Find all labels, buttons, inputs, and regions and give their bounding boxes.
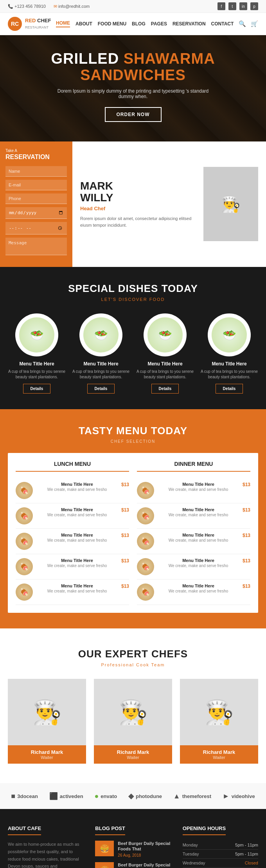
footer: ABOUT CAFE We aim to home-produce as muc… [0, 809, 266, 868]
nav-home[interactable]: HOME [56, 20, 70, 27]
message-input[interactable] [5, 238, 67, 255]
dinner-menu-col: DINNER MENU 🍖 Menu Title Here We create,… [137, 461, 250, 605]
dinner-heading: DINNER MENU [137, 461, 250, 472]
dish-item-1: 🥗 Menu Title Here A cup of tea brings to… [8, 313, 66, 394]
dishes-grid: 🥗 Menu Title Here A cup of tea brings to… [8, 313, 258, 394]
dish-desc-2: A cup of tea brings to you serene beauty… [72, 369, 130, 380]
partner-activeden-icon: ⬛ [49, 792, 58, 800]
partner-envato: ● envato [94, 792, 117, 800]
top-bar-left: 📞 +123 456 78910 ✉ info@redhit.com [8, 4, 90, 9]
lunch-item-img-1: 🍖 [16, 482, 33, 499]
dinner-item-img-2: 🍖 [137, 507, 154, 524]
nav-food-menu[interactable]: FOOD MENU [98, 21, 126, 27]
linkedin-icon[interactable]: in [239, 2, 247, 10]
expert-chefs-title: OUR EXPERT CHEFS [8, 648, 258, 660]
date-input[interactable] [5, 207, 67, 219]
cart-icon[interactable]: 🛒 [251, 20, 258, 27]
dish-title-1: Menu Title Here [19, 361, 54, 367]
dish-title-2: Menu Title Here [83, 361, 118, 367]
chef-image: 👨‍🍳 [203, 167, 258, 241]
blog-thumb-2: 🍔 [95, 862, 114, 868]
dinner-item-img-5: 🍖 [137, 583, 154, 601]
chef-card-name-1: Richard Mark Waiter [8, 745, 86, 764]
facebook-icon[interactable]: f [217, 2, 225, 10]
twitter-icon[interactable]: t [228, 2, 236, 10]
dinner-item-1: 🍖 Menu Title Here We create, make and se… [137, 478, 250, 503]
partner-themeforest: ▲ themeforest [173, 792, 211, 800]
reservation-pre-title: Take A [5, 149, 67, 153]
dish-details-button-3[interactable]: Details [151, 384, 179, 394]
dish-desc-3: A cup of tea brings to you serene beauty… [136, 369, 194, 380]
special-dishes-subtitle: LET'S DISCOVER FOOD [8, 297, 258, 302]
lunch-item-img-3: 🍖 [16, 533, 33, 550]
blog-thumb-1: 🍔 [95, 841, 114, 856]
lunch-heading: LUNCH MENU [16, 461, 129, 472]
nav-blog[interactable]: BLOG [132, 21, 146, 27]
dinner-item-2: 🍖 Menu Title Here We create, make and se… [137, 503, 250, 529]
nav-reservation[interactable]: RESERVATION [173, 21, 206, 27]
footer-about-text: We aim to home-produce as much as possib… [8, 841, 83, 868]
dinner-item-img-3: 🍖 [137, 533, 154, 550]
dish-plate-4: 🥗 [208, 313, 251, 356]
phone-input[interactable] [5, 193, 67, 204]
hero-title: GRILLED SHAWARMA SANDWICHES [51, 51, 215, 84]
partner-photodune-icon: ◆ [128, 792, 134, 800]
nav-contact[interactable]: CONTACT [211, 21, 234, 27]
dish-plate-1: 🥗 [15, 313, 58, 356]
dish-item-2: 🥗 Menu Title Here A cup of tea brings to… [72, 313, 130, 394]
footer-hours-col: OPENING HOURS Monday 5pm - 11pm Tuesday … [183, 825, 258, 868]
email-input[interactable] [5, 180, 67, 190]
chef-section: MARKWILLY Head Chef Rorem ipsum dolor si… [72, 141, 266, 267]
lunch-item-img-5: 🍖 [16, 583, 33, 601]
dish-desc-1: A cup of tea brings to you serene beauty… [8, 369, 66, 380]
lunch-item-5: 🍖 Menu Title Here We create, make and se… [16, 580, 129, 605]
email-icon: ✉ [54, 4, 57, 9]
dinner-item-3: 🍖 Menu Title Here We create, make and se… [137, 529, 250, 554]
chef-card-img-1: 👨‍🍳 [8, 679, 86, 745]
dinner-item-5: 🍖 Menu Title Here We create, make and se… [137, 580, 250, 605]
expert-chefs-subtitle: Professional Cook Team [8, 662, 258, 667]
partner-themeforest-icon: ▲ [173, 792, 180, 800]
dish-details-button-2[interactable]: Details [87, 384, 115, 394]
reservation-form: Take A RESERVATION [0, 141, 72, 267]
chef-info: MARKWILLY Head Chef Rorem ipsum dolor si… [80, 180, 196, 229]
reservation-chef-section: Take A RESERVATION MARKWILLY Head Chef R… [0, 141, 266, 267]
dish-title-4: Menu Title Here [212, 361, 246, 367]
partners-section: ■ 3docean ⬛ activeden ● envato ◆ photodu… [0, 783, 266, 809]
hours-wednesday: Wednesday Closed [183, 859, 258, 868]
lunch-item-img-2: 🍖 [16, 507, 33, 524]
partner-envato-icon: ● [94, 792, 99, 800]
phone-icon: 📞 [8, 4, 13, 9]
dinner-item-4: 🍖 Menu Title Here We create, make and se… [137, 554, 250, 580]
email-info: ✉ info@redhit.com [54, 4, 90, 9]
hero-subtitle: Dorem Ipsum is simply dummy of the print… [51, 88, 215, 99]
blog-post-1: 🍔 Beef Burger Daily Special Foods That 2… [95, 841, 171, 857]
reservation-title: RESERVATION [5, 154, 67, 161]
nav-links: HOME ABOUT FOOD MENU BLOG PAGES RESERVAT… [56, 20, 234, 27]
logo: RC RED CHEF RESTAURANT [8, 17, 51, 31]
chef-card-name-3: Richard Mark Waiter [180, 745, 258, 764]
dish-details-button-1[interactable]: Details [23, 384, 51, 394]
nav-about[interactable]: ABOUT [75, 21, 92, 27]
name-input[interactable] [5, 166, 67, 177]
blog-post-2: 🍔 Beef Burger Daily Special Foods That 2… [95, 862, 171, 868]
dish-item-3: 🥗 Menu Title Here A cup of tea brings to… [136, 313, 194, 394]
time-input[interactable] [5, 222, 67, 235]
chef-card-2: 👨‍🍳 Richard Mark Waiter [94, 679, 172, 764]
nav-pages[interactable]: PAGES [151, 21, 167, 27]
tasty-menu-subtitle: CHEF SELECTION [8, 439, 258, 444]
dish-plate-3: 🥗 [144, 313, 187, 356]
search-icon[interactable]: 🔍 [239, 20, 246, 27]
pinterest-icon[interactable]: p [250, 2, 258, 10]
chef-card-img-3: 👨‍🍳 [180, 679, 258, 745]
chef-card-name-2: Richard Mark Waiter [94, 745, 172, 764]
dinner-item-img-1: 🍖 [137, 482, 154, 499]
partner-videohive-icon: ► [223, 792, 230, 800]
top-bar-social: f t in p [217, 2, 258, 10]
order-now-button[interactable]: ORDER NOW [105, 107, 162, 122]
tasty-menu-title: TASTY MENU TODAY [8, 425, 258, 437]
footer-hours-heading: OPENING HOURS [183, 825, 226, 835]
lunch-menu-col: LUNCH MENU 🍖 Menu Title Here We create, … [16, 461, 129, 605]
chef-title: Head Chef [80, 206, 196, 211]
dish-details-button-4[interactable]: Details [216, 384, 243, 394]
